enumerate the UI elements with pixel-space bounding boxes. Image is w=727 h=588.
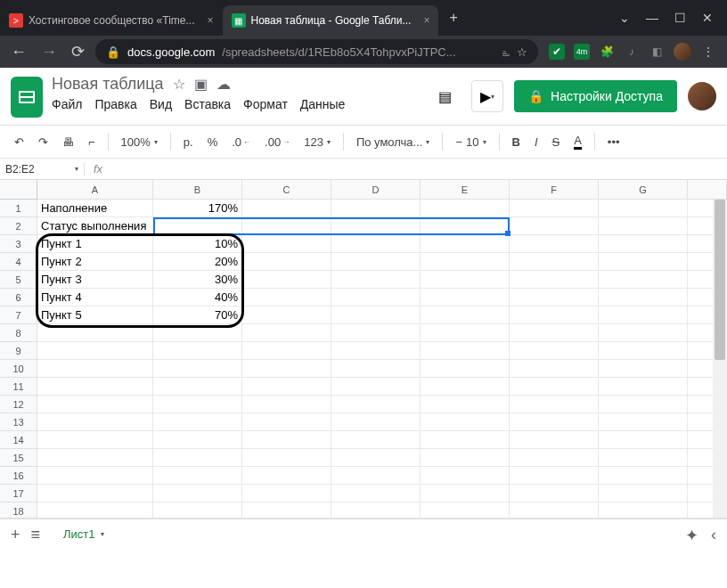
cell-A12[interactable] — [37, 396, 153, 413]
ext-icon-4[interactable]: ♪ — [624, 44, 640, 60]
row-header-5[interactable]: 5 — [0, 271, 37, 289]
cell-C15[interactable] — [242, 449, 331, 467]
bold-icon[interactable]: B — [507, 132, 526, 152]
cell-G9[interactable] — [599, 342, 688, 360]
cell-G5[interactable] — [599, 271, 688, 289]
cell-F16[interactable] — [510, 467, 599, 485]
col-header-F[interactable]: F — [510, 180, 599, 200]
cell-D11[interactable] — [331, 378, 421, 396]
cell-E3[interactable] — [421, 235, 510, 253]
cell-D10[interactable] — [331, 360, 421, 378]
cell-C2[interactable] — [242, 217, 331, 235]
increase-decimal-button[interactable]: .00→ — [259, 132, 295, 152]
cell-E1[interactable] — [421, 200, 510, 217]
cell-D6[interactable] — [331, 289, 421, 306]
ext-icon-5[interactable]: ◧ — [649, 44, 665, 60]
cell-F9[interactable] — [510, 342, 599, 360]
cell-E15[interactable] — [421, 449, 510, 467]
cell-F14[interactable] — [510, 431, 599, 449]
cell-F11[interactable] — [510, 378, 599, 396]
url-input[interactable]: 🔒 docs.google.com/spreadsheets/d/1REb8o5… — [95, 39, 538, 64]
forward-icon[interactable]: → — [37, 43, 61, 61]
cell-G16[interactable] — [599, 467, 688, 485]
cell-G8[interactable] — [599, 324, 688, 342]
star-icon[interactable]: ☆ — [173, 76, 185, 93]
cell-F8[interactable] — [510, 324, 599, 342]
account-avatar[interactable] — [688, 82, 716, 110]
font-size-dropdown[interactable]: − 10 ▾ — [450, 132, 491, 152]
cell-G11[interactable] — [599, 378, 688, 396]
doc-title[interactable]: Новая таблица — [52, 75, 164, 94]
cell-E18[interactable] — [421, 502, 510, 519]
cell-A15[interactable] — [37, 449, 153, 467]
row-header-18[interactable]: 18 — [0, 502, 37, 519]
zoom-dropdown[interactable]: 100%▾ — [116, 132, 163, 152]
menu-edit[interactable]: Правка — [94, 97, 136, 111]
cell-E7[interactable] — [421, 306, 510, 324]
cell-F6[interactable] — [510, 289, 599, 306]
cell-E16[interactable] — [421, 467, 510, 485]
cell-D4[interactable] — [331, 253, 421, 271]
row-header-12[interactable]: 12 — [0, 396, 37, 413]
name-box[interactable]: B2:E2▾ — [0, 163, 85, 176]
cell-G7[interactable] — [599, 306, 688, 324]
cell-D15[interactable] — [331, 449, 421, 467]
cell-B1[interactable]: 170% — [153, 200, 242, 217]
cell-F2[interactable] — [510, 217, 599, 235]
cell-E14[interactable] — [421, 431, 510, 449]
cell-G17[interactable] — [599, 485, 688, 502]
menu-format[interactable]: Формат — [243, 97, 288, 111]
cell-G13[interactable] — [599, 413, 688, 431]
cell-C10[interactable] — [242, 360, 331, 378]
col-header-7[interactable] — [688, 180, 727, 200]
puzzle-icon[interactable]: 🧩 — [599, 44, 615, 60]
cell-D12[interactable] — [331, 396, 421, 413]
cell-B5[interactable]: 30% — [153, 271, 242, 289]
cell-G15[interactable] — [599, 449, 688, 467]
cell-B11[interactable] — [153, 378, 242, 396]
cell-F13[interactable] — [510, 413, 599, 431]
cell-A9[interactable] — [37, 342, 153, 360]
cell-A17[interactable] — [37, 485, 153, 502]
cell-G12[interactable] — [599, 396, 688, 413]
undo-icon[interactable]: ↶ — [9, 132, 29, 152]
cell-G14[interactable] — [599, 431, 688, 449]
italic-icon[interactable]: I — [529, 132, 543, 152]
row-header-16[interactable]: 16 — [0, 467, 37, 485]
cell-E11[interactable] — [421, 378, 510, 396]
cell-D16[interactable] — [331, 467, 421, 485]
cell-C3[interactable] — [242, 235, 331, 253]
cell-A10[interactable] — [37, 360, 153, 378]
share-button[interactable]: 🔒 Настройки Доступа — [514, 80, 677, 112]
number-format-dropdown[interactable]: 123▾ — [298, 132, 336, 152]
cell-B3[interactable]: 10% — [153, 235, 242, 253]
cell-E10[interactable] — [421, 360, 510, 378]
sheets-logo[interactable] — [11, 77, 43, 118]
explore-icon[interactable]: ✦ — [685, 526, 698, 545]
cell-E6[interactable] — [421, 289, 510, 306]
cell-D14[interactable] — [331, 431, 421, 449]
cell-C14[interactable] — [242, 431, 331, 449]
cell-D2[interactable] — [331, 217, 421, 235]
cell-C6[interactable] — [242, 289, 331, 306]
cell-B4[interactable]: 20% — [153, 253, 242, 271]
percent-button[interactable]: % — [202, 132, 224, 152]
minimize-icon[interactable]: — — [646, 11, 658, 25]
cell-B2[interactable] — [153, 217, 242, 235]
select-all-corner[interactable] — [0, 180, 37, 200]
cell-A18[interactable] — [37, 502, 153, 519]
cell-G18[interactable] — [599, 502, 688, 519]
all-sheets-button[interactable]: ≡ — [31, 526, 41, 544]
cell-B16[interactable] — [153, 467, 242, 485]
cell-C18[interactable] — [242, 502, 331, 519]
cell-D1[interactable] — [331, 200, 421, 217]
col-header-B[interactable]: B — [153, 180, 242, 200]
move-icon[interactable]: ▣ — [194, 76, 208, 93]
row-header-2[interactable]: 2 — [0, 217, 37, 235]
cell-D13[interactable] — [331, 413, 421, 431]
sheet-tab-1[interactable]: Лист1▾ — [51, 522, 116, 548]
cell-B17[interactable] — [153, 485, 242, 502]
cell-E9[interactable] — [421, 342, 510, 360]
cell-D5[interactable] — [331, 271, 421, 289]
cell-D17[interactable] — [331, 485, 421, 502]
